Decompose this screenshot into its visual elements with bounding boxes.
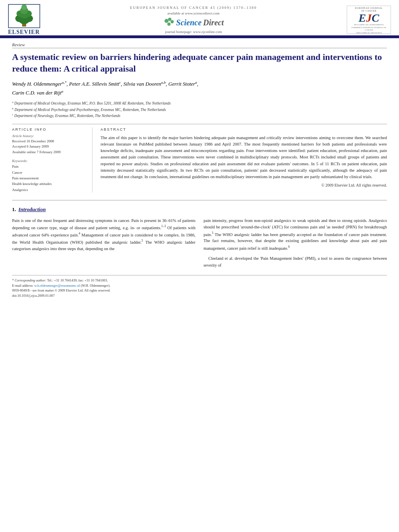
abstract-title: ABSTRACT xyxy=(101,127,387,131)
available-online-date: Available online 7 February 2009 xyxy=(12,150,86,155)
body-content: 1. Introduction Pain is one of the most … xyxy=(12,206,387,269)
journal-title-top: EUROPEAN JOURNAL OF CANCER 45 (2009) 137… xyxy=(40,6,347,10)
abstract-copyright: © 2009 Elsevier Ltd. All rights reserved… xyxy=(101,183,387,187)
elsevier-text: ELSEVIER xyxy=(8,29,40,35)
affiliation-c: c Department of Neurology, Erasmus MC, R… xyxy=(12,113,387,119)
direct-text: Direct xyxy=(203,18,224,27)
email-link[interactable]: w.h.oldenmenger@erasmusmc.nl xyxy=(34,283,80,288)
authors-text: Wendy H. Oldenmengera,*, Peter A.E. Sill… xyxy=(12,81,198,96)
intro-col2-text: pain intensity, progress from non-opioid… xyxy=(204,218,387,251)
svg-point-13 xyxy=(167,23,171,26)
elsevier-logo: ELSEVIER xyxy=(8,4,40,35)
affiliation-b: b Department of Medical Psychology and P… xyxy=(12,107,387,113)
body-divider xyxy=(12,200,387,201)
footnote-doi: doi:10.1016/j.ejca.2009.01.007 xyxy=(12,293,387,298)
keywords-label: Keywords: xyxy=(12,159,86,163)
accepted-date: Accepted 6 January 2009 xyxy=(12,144,86,150)
intro-number: 1. xyxy=(12,206,16,213)
affiliation-a: a Department of Medical Oncology, Erasmu… xyxy=(12,100,387,106)
article-info-abstract: ARTICLE INFO Article history: Received 1… xyxy=(12,127,387,193)
ejc-bottom-text: INCLUDING EJC SUPPLEMENTSFORMERLY EUROPE… xyxy=(348,24,390,34)
received-date: Received 16 December 2008 xyxy=(12,139,86,144)
svg-point-11 xyxy=(168,18,171,21)
abstract-col: ABSTRACT The aim of this paper is to ide… xyxy=(101,127,387,193)
footnote-email: E-mail address: w.h.oldenmenger@erasmusm… xyxy=(12,283,387,288)
abstract-text: The aim of this paper is to identify the… xyxy=(101,135,387,181)
body-col-right: pain intensity, progress from non-opioid… xyxy=(204,206,387,269)
keyword-pain-measurement: Pain measurement xyxy=(12,175,86,181)
article-body: Review A systematic review on barriers h… xyxy=(0,38,399,302)
svg-point-12 xyxy=(171,20,174,23)
article-title: A systematic review on barriers hinderin… xyxy=(12,51,387,74)
ejc-logo: EUROPEAN JOURNALOF CANCER EJC INCLUDING … xyxy=(347,6,391,34)
intro-col2-text-2: Cleeland et al. developed the 'Pain Mana… xyxy=(204,255,387,269)
page-header: ELSEVIER EUROPEAN JOURNAL OF CANCER 45 (… xyxy=(0,0,399,37)
keyword-health-knowledge: Health knowledge attitudes xyxy=(12,181,86,187)
footnote-corresponding: * Corresponding author: Tel.: +31 10 704… xyxy=(12,278,387,283)
available-text: available at www.sciencedirect.com xyxy=(40,11,347,15)
article-info-title: ARTICLE INFO xyxy=(12,127,86,131)
footnote-license: 0959-8049/$ - see front matter © 2009 El… xyxy=(12,288,387,293)
keyword-pain: Pain xyxy=(12,164,86,169)
body-col-left: 1. Introduction Pain is one of the most … xyxy=(12,206,195,269)
history-label: Article history: xyxy=(12,134,86,138)
intro-title: Introduction xyxy=(19,206,46,213)
affiliations: a Department of Medical Oncology, Erasmu… xyxy=(12,100,387,119)
sciencedirect-logo: ScienceDirect xyxy=(40,17,347,28)
elsevier-tree-icon xyxy=(8,4,40,28)
authors: Wendy H. Oldenmengera,*, Peter A.E. Sill… xyxy=(12,79,387,97)
science-text: Science xyxy=(176,18,202,27)
footnote-divider: * Corresponding author: Tel.: +31 10 704… xyxy=(12,275,387,298)
sd-leaf-icon xyxy=(163,17,175,28)
ejc-letters: EJC xyxy=(358,12,379,24)
svg-point-8 xyxy=(21,4,27,10)
svg-point-10 xyxy=(165,19,169,23)
section-label: Review xyxy=(12,42,387,48)
keyword-cancer: Cancer xyxy=(12,170,86,175)
info-divider xyxy=(12,124,387,124)
header-center: EUROPEAN JOURNAL OF CANCER 45 (2009) 137… xyxy=(40,6,347,34)
intro-col1-text: Pain is one of the most frequent and dis… xyxy=(12,218,195,252)
article-info-col: ARTICLE INFO Article history: Received 1… xyxy=(12,127,93,193)
keyword-analgesics: Analgesics xyxy=(12,187,86,193)
homepage-text: journal homepage: www.ejconline.com xyxy=(40,30,347,34)
